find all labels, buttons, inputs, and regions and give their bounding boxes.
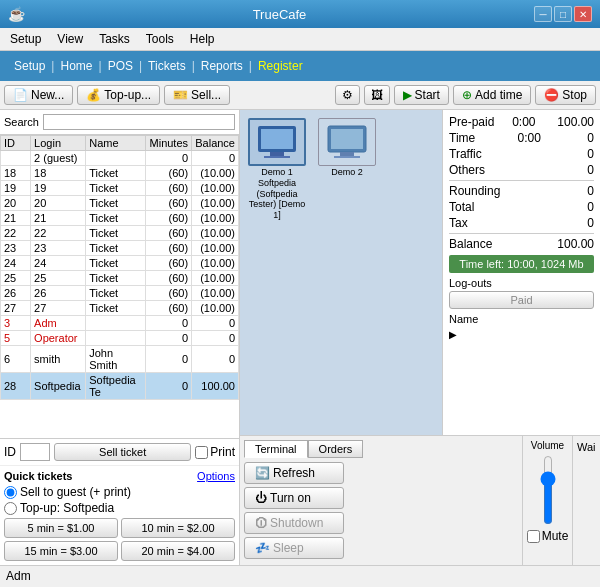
menu-bar: Setup View Tasks Tools Help	[0, 28, 600, 51]
logouts-label: Log-outs	[449, 277, 594, 289]
topup-button[interactable]: 💰 Top-up...	[77, 85, 160, 105]
nav-tickets[interactable]: Tickets	[142, 59, 192, 73]
options-link[interactable]: Options	[197, 470, 235, 482]
table-row[interactable]: 20 20 Ticket (60) (10.00)	[1, 196, 239, 211]
table-row[interactable]: 5 Operator 0 0	[1, 331, 239, 346]
info-time-row: Time 0:00 0	[449, 130, 594, 146]
qt-btn-1[interactable]: 10 min = $2.00	[121, 518, 235, 538]
tab-orders[interactable]: Orders	[308, 440, 364, 458]
table-row[interactable]: 3 Adm 0 0	[1, 316, 239, 331]
sleep-button[interactable]: 💤 Sleep	[244, 537, 344, 559]
info-sidebar: Pre-paid 0:00 100.00 Time 0:00 0 Traffic…	[442, 110, 600, 435]
right-bottom-area: Terminal Orders 🔄 Refresh ⏻ Turn on ⏼	[240, 435, 600, 565]
info-traffic-row: Traffic 0	[449, 146, 594, 162]
nav-pos[interactable]: POS	[102, 59, 139, 73]
table-row[interactable]: 25 25 Ticket (60) (10.00)	[1, 271, 239, 286]
info-others-row: Others 0	[449, 162, 594, 178]
paid-button[interactable]: Paid	[449, 291, 594, 309]
search-input[interactable]	[43, 114, 235, 130]
user-table-container: ID Login Name Minutes Balance 2 (guest) …	[0, 135, 239, 439]
col-header-name: Name	[86, 136, 146, 151]
table-row[interactable]: 21 21 Ticket (60) (10.00)	[1, 211, 239, 226]
table-row[interactable]: 26 26 Ticket (60) (10.00)	[1, 286, 239, 301]
menu-help[interactable]: Help	[184, 30, 221, 48]
stop-icon: ⛔	[544, 88, 559, 102]
terminal-demo1[interactable]: Demo 1Softpedia(SoftpediaTester) [Demo1]	[248, 118, 306, 221]
turn-on-icon: ⏻	[255, 491, 267, 505]
add-time-button[interactable]: ⊕ Add time	[453, 85, 531, 105]
table-row[interactable]: 23 23 Ticket (60) (10.00)	[1, 241, 239, 256]
icons-btn1[interactable]: ⚙	[335, 85, 360, 105]
maximize-button[interactable]: □	[554, 6, 572, 22]
radio-topup[interactable]: Top-up: Softpedia	[4, 501, 235, 515]
qt-btn-3[interactable]: 20 min = $4.00	[121, 541, 235, 561]
id-input[interactable]	[20, 443, 50, 461]
shutdown-button[interactable]: ⏼ Shutdown	[244, 512, 344, 534]
search-label: Search	[4, 116, 39, 128]
sell-ticket-button[interactable]: Sell ticket	[54, 443, 191, 461]
col-header-login: Login	[31, 136, 86, 151]
qt-btn-2[interactable]: 15 min = $3.00	[4, 541, 118, 561]
sleep-icon: 💤	[255, 541, 270, 555]
table-row[interactable]: 19 19 Ticket (60) (10.00)	[1, 181, 239, 196]
control-buttons: 🔄 Refresh ⏻ Turn on ⏼ Shutdown 💤 Sleep	[244, 462, 518, 559]
start-button[interactable]: ▶ Start	[394, 85, 449, 105]
traffic-label: Traffic	[449, 147, 482, 161]
table-row[interactable]: 6 smith John Smith 0 0	[1, 346, 239, 373]
refresh-icon: 🔄	[255, 466, 270, 480]
logouts-section: Log-outs Paid	[449, 277, 594, 309]
table-row[interactable]: 22 22 Ticket (60) (10.00)	[1, 226, 239, 241]
nav-setup[interactable]: Setup	[8, 59, 51, 73]
icons-btn2[interactable]: 🖼	[364, 85, 390, 105]
turn-on-button[interactable]: ⏻ Turn on	[244, 487, 344, 509]
menu-setup[interactable]: Setup	[4, 30, 47, 48]
nav-home[interactable]: Home	[54, 59, 98, 73]
balance-value: 100.00	[557, 237, 594, 251]
prepaid-value: 100.00	[557, 115, 594, 129]
table-row[interactable]: 28 Softpedia Softpedia Te 0 100.00	[1, 373, 239, 400]
table-row[interactable]: 18 18 Ticket (60) (10.00)	[1, 166, 239, 181]
col-header-balance: Balance	[192, 136, 239, 151]
new-button[interactable]: 📄 New...	[4, 85, 73, 105]
nav-bar: Setup | Home | POS | Tickets | Reports |…	[0, 51, 600, 81]
stop-button[interactable]: ⛔ Stop	[535, 85, 596, 105]
total-value: 0	[587, 200, 594, 214]
tab-terminal[interactable]: Terminal	[244, 440, 308, 458]
rounding-label: Rounding	[449, 184, 500, 198]
user-table: ID Login Name Minutes Balance 2 (guest) …	[0, 135, 239, 400]
table-row[interactable]: 27 27 Ticket (60) (10.00)	[1, 301, 239, 316]
nav-register[interactable]: Register	[252, 59, 309, 73]
tax-label: Tax	[449, 216, 468, 230]
quick-ticket-buttons: 5 min = $1.00 10 min = $2.00 15 min = $3…	[4, 518, 235, 561]
table-row[interactable]: 24 24 Ticket (60) (10.00)	[1, 256, 239, 271]
mute-checkbox[interactable]	[527, 530, 540, 543]
mute-row: Mute	[527, 529, 569, 543]
mute-label: Mute	[542, 529, 569, 543]
terminal-demo2[interactable]: Demo 2	[318, 118, 376, 221]
close-button[interactable]: ✕	[574, 6, 592, 22]
prepaid-label: Pre-paid	[449, 115, 494, 129]
table-row[interactable]: 2 (guest) 0 0	[1, 151, 239, 166]
radio-sell-guest[interactable]: Sell to guest (+ print)	[4, 485, 235, 499]
others-label: Others	[449, 163, 485, 177]
title-bar: ☕ TrueCafe ─ □ ✕	[0, 0, 600, 28]
sell-button[interactable]: 🎫 Sell...	[164, 85, 230, 105]
icons-icon2: 🖼	[371, 88, 383, 102]
col-header-minutes: Minutes	[146, 136, 192, 151]
menu-tools[interactable]: Tools	[140, 30, 180, 48]
id-sell-row: ID Sell ticket Print	[0, 439, 239, 466]
svg-rect-5	[331, 129, 363, 149]
print-checkbox[interactable]	[195, 446, 208, 459]
quick-tickets-section: Quick tickets Options Sell to guest (+ p…	[0, 466, 239, 565]
menu-view[interactable]: View	[51, 30, 89, 48]
nav-reports[interactable]: Reports	[195, 59, 249, 73]
volume-slider[interactable]	[540, 455, 556, 525]
id-label: ID	[4, 445, 16, 459]
terminal-icon-demo1	[248, 118, 306, 166]
time-value: 0:00	[518, 131, 541, 145]
qt-btn-0[interactable]: 5 min = $1.00	[4, 518, 118, 538]
refresh-button[interactable]: 🔄 Refresh	[244, 462, 344, 484]
menu-tasks[interactable]: Tasks	[93, 30, 136, 48]
minimize-button[interactable]: ─	[534, 6, 552, 22]
svg-rect-7	[334, 156, 360, 158]
